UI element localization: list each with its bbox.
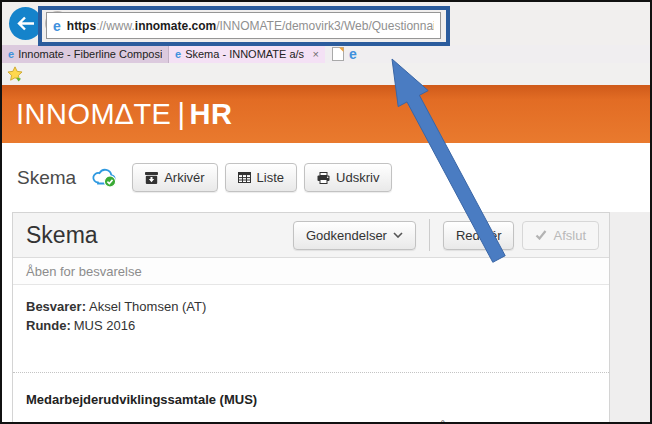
panel-actions: Godkendelser Redigér Afslut — [293, 219, 599, 251]
finish-button[interactable]: Afslut — [522, 221, 599, 250]
app-header: INNOM∆TE|HR — [2, 85, 650, 143]
browser-chrome: e https://www.innomate.com/INNOMATE/demo… — [2, 2, 650, 45]
new-tab-button[interactable] — [331, 47, 344, 61]
field-value: MUS 2016 — [74, 318, 135, 333]
button-label: Liste — [257, 170, 284, 185]
button-divider — [429, 219, 430, 251]
tab-title: Skema - INNOMATE a/s — [185, 48, 304, 60]
section-heading: Medarbejderudviklingssamtale (MUS) — [26, 392, 596, 407]
dotted-divider — [13, 372, 609, 373]
favorites-star-icon[interactable] — [7, 66, 23, 82]
button-label: Afslut — [553, 228, 586, 243]
print-button[interactable]: Udskriv — [304, 163, 392, 192]
field-label: Runde: — [26, 318, 71, 333]
url-text: https://www.innomate.com/INNOMATE/demovi… — [67, 19, 434, 33]
status-bar: Åben for besvarelse — [13, 258, 609, 285]
button-label: Arkivér — [164, 170, 204, 185]
tab-innomate-fiberline[interactable]: e Innomate - Fiberline Composit... — [2, 45, 169, 63]
tab-close-icon[interactable]: × — [313, 49, 319, 60]
ie-icon: e — [175, 49, 181, 60]
tab-title: Innomate - Fiberline Composit... — [18, 48, 162, 60]
address-bar[interactable]: e https://www.innomate.com/INNOMATE/demo… — [46, 12, 441, 39]
list-button[interactable]: Liste — [225, 163, 297, 192]
page-background — [610, 212, 650, 422]
ie-icon: e — [349, 47, 357, 61]
skema-panel: Skema Godkendelser Redigér — [12, 212, 610, 424]
round-field: Runde:MUS 2016 — [26, 316, 596, 335]
panel-header: Skema Godkendelser Redigér — [13, 213, 609, 258]
field-label: Besvarer: — [26, 299, 86, 314]
button-label: Godkendelser — [306, 228, 387, 243]
favorites-bar — [2, 63, 650, 85]
archive-icon — [145, 172, 158, 184]
tab-skema-innomate[interactable]: e Skema - INNOMATE a/s × — [169, 45, 325, 63]
page-content: Skema Arkivér — [2, 143, 650, 422]
approvals-dropdown-button[interactable]: Godkendelser — [293, 221, 416, 250]
respondent-field: Besvarer:Aksel Thomsen (AT) — [26, 297, 596, 316]
tab-bar: e Innomate - Fiberline Composit... e Ske… — [2, 45, 650, 63]
back-arrow-icon — [17, 16, 35, 31]
section-description: Dette MUS-skema henvender sig til medarb… — [26, 417, 596, 424]
ie-suggested-sites-button[interactable]: e — [349, 47, 357, 61]
chevron-down-icon — [393, 232, 403, 238]
printer-icon — [317, 172, 330, 184]
cloud-sync-ok-icon — [91, 167, 118, 188]
toolbar-buttons: Arkivér Liste — [132, 163, 392, 192]
table-icon — [238, 172, 251, 183]
back-button[interactable] — [9, 7, 42, 40]
button-label: Udskriv — [336, 170, 379, 185]
panel-title: Skema — [26, 222, 98, 249]
button-label: Redigér — [456, 228, 502, 243]
status-text: Åben for besvarelse — [26, 264, 142, 279]
browser-window: e https://www.innomate.com/INNOMATE/demo… — [0, 0, 652, 424]
check-icon — [535, 230, 547, 240]
page-title: Skema — [17, 167, 76, 189]
archive-button[interactable]: Arkivér — [132, 163, 217, 192]
ie-icon: e — [8, 49, 14, 60]
ie-icon: e — [53, 19, 61, 33]
field-value: Aksel Thomsen (AT) — [89, 299, 206, 314]
edit-button[interactable]: Redigér — [443, 221, 515, 250]
panel-body: Besvarer:Aksel Thomsen (AT) Runde:MUS 20… — [13, 285, 609, 424]
innomate-hr-logo: INNOM∆TE|HR — [16, 98, 232, 131]
page-toolbar: Skema Arkivér — [2, 143, 650, 212]
new-tab-icon — [332, 47, 344, 61]
